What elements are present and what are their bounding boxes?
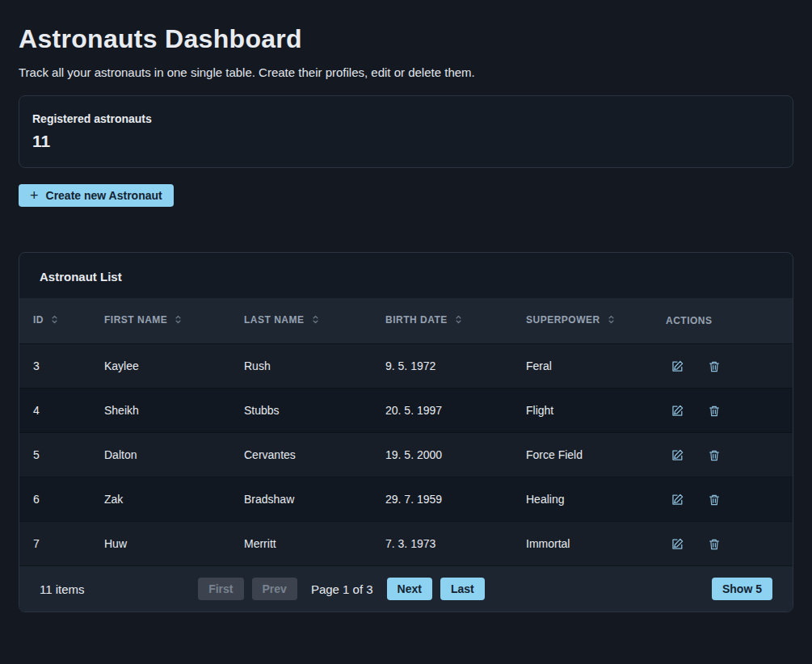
last-page-button[interactable]: Last [440,578,485,600]
cell-first_name: Sheikh [90,389,230,433]
cell-birth_date: 9. 5. 1972 [372,344,512,389]
column-header-actions: ACTIONS [652,298,793,344]
cell-last_name: Rush [230,344,372,389]
trash-icon [708,494,721,506]
cell-actions [652,522,793,566]
cell-id: 7 [19,522,90,566]
cell-first_name: Huw [90,522,230,566]
cell-first_name: Kaylee [90,344,230,389]
registered-astronauts-card: Registered astronauts 11 [19,95,793,168]
pagination: First Prev Page 1 of 3 Next Last [198,578,485,600]
edit-icon [671,404,684,418]
delete-button[interactable] [703,400,726,422]
edit-button[interactable] [666,399,689,422]
create-new-astronaut-button[interactable]: + Create new Astronaut [19,184,174,207]
delete-button[interactable] [703,533,726,556]
cell-superpower: Feral [512,344,652,389]
cell-birth_date: 29. 7. 1959 [372,477,512,522]
column-header-birth_date[interactable]: BIRTH DATE [372,298,512,344]
delete-button[interactable] [703,489,726,511]
table-footer: 11 items First Prev Page 1 of 3 Next Las… [19,565,793,611]
table-row: 7HuwMerritt7. 3. 1973Immortal [19,522,793,566]
edit-button[interactable] [666,355,689,378]
cell-birth_date: 19. 5. 2000 [372,433,512,477]
cell-id: 3 [19,344,90,389]
edit-button[interactable] [666,443,689,467]
edit-icon [671,448,684,462]
cell-actions [652,389,793,433]
sort-icon [310,314,321,327]
column-header-first_name[interactable]: FIRST NAME [90,298,230,344]
cell-id: 4 [19,389,90,433]
column-label: FIRST NAME [104,314,167,326]
page-indicator: Page 1 of 3 [311,582,373,596]
stats-value: 11 [32,132,780,151]
edit-icon [671,359,684,373]
column-label: LAST NAME [244,314,305,326]
cell-actions [652,433,793,477]
cell-last_name: Cervantes [230,433,372,477]
edit-button[interactable] [666,488,689,511]
column-label: ID [33,314,44,326]
trash-icon [708,449,721,462]
table-row: 6ZakBradshaw29. 7. 1959Healing [19,477,793,522]
items-count: 11 items [40,582,85,596]
table-row: 4SheikhStubbs20. 5. 1997Flight [19,389,793,433]
cell-birth_date: 20. 5. 1997 [372,389,512,433]
next-page-button[interactable]: Next [387,578,432,600]
cell-superpower: Healing [512,477,652,522]
trash-icon [708,405,721,418]
plus-icon: + [30,190,39,201]
sort-icon [606,314,616,327]
first-page-button[interactable]: First [198,578,243,600]
column-label: ACTIONS [666,315,713,326]
cell-superpower: Immortal [512,522,652,566]
table-row: 3KayleeRush9. 5. 1972Feral [19,344,793,389]
astronaut-list-title: Astronaut List [19,253,793,298]
page-title: Astronauts Dashboard [19,24,793,54]
edit-button[interactable] [666,532,689,556]
cell-first_name: Zak [90,477,230,522]
delete-button[interactable] [703,444,726,467]
table-body: 3KayleeRush9. 5. 1972Feral4SheikhStubbs2… [19,344,793,566]
sort-icon [173,314,183,327]
page-subtitle: Track all your astronauts in one single … [19,65,793,79]
page-size-control: Show 5 [712,578,772,600]
table-head: IDFIRST NAMELAST NAMEBIRTH DATESUPERPOWE… [19,298,793,344]
cell-actions [652,344,793,389]
table-header-row: IDFIRST NAMELAST NAMEBIRTH DATESUPERPOWE… [19,298,793,344]
dashboard-page: Astronauts Dashboard Track all your astr… [0,0,812,630]
astronaut-list-card: Astronaut List IDFIRST NAMELAST NAMEBIRT… [19,252,793,612]
cell-birth_date: 7. 3. 1973 [372,522,512,566]
sort-icon [49,314,60,327]
cell-superpower: Force Field [512,433,652,477]
astronaut-table: IDFIRST NAMELAST NAMEBIRTH DATESUPERPOWE… [19,298,793,565]
create-button-label: Create new Astronaut [46,189,162,202]
show-page-size-button[interactable]: Show 5 [712,578,772,600]
cell-id: 6 [19,477,90,522]
column-header-id[interactable]: ID [19,298,90,344]
stats-label: Registered astronauts [32,112,780,125]
prev-page-button[interactable]: Prev [252,578,297,600]
cell-superpower: Flight [512,389,652,433]
edit-icon [671,493,684,506]
cell-last_name: Stubbs [230,389,372,433]
column-header-superpower[interactable]: SUPERPOWER [512,298,652,344]
cell-last_name: Bradshaw [230,477,372,522]
column-label: BIRTH DATE [385,314,448,326]
cell-id: 5 [19,433,90,477]
trash-icon [708,538,721,551]
table-row: 5DaltonCervantes19. 5. 2000Force Field [19,433,793,477]
edit-icon [671,537,684,551]
column-label: SUPERPOWER [526,314,600,326]
trash-icon [708,360,721,373]
cell-last_name: Merritt [230,522,372,566]
cell-actions [652,477,793,522]
column-header-last_name[interactable]: LAST NAME [230,298,372,344]
cell-first_name: Dalton [90,433,230,477]
delete-button[interactable] [703,355,726,378]
sort-icon [453,314,464,327]
